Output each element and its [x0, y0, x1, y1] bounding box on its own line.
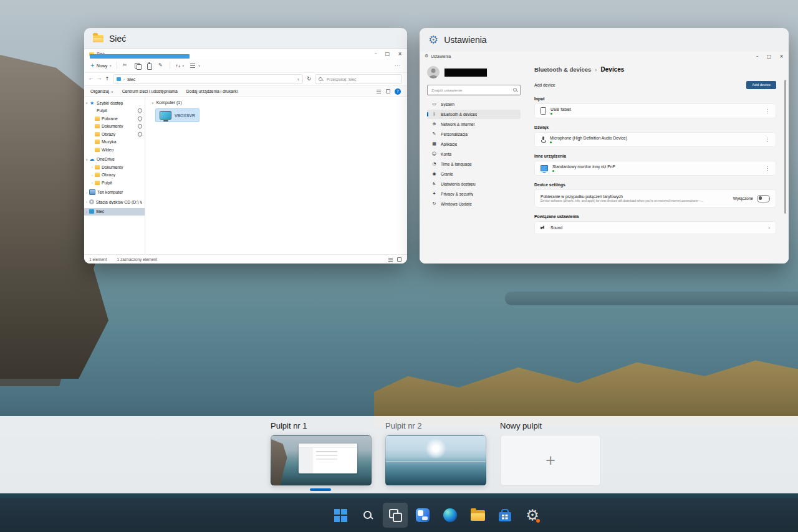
sidebar-item-documents[interactable]: Dokumenty [84, 123, 145, 131]
back-button[interactable]: ← [89, 77, 94, 82]
desktop-group-1: Pulpit nr 1 [271, 421, 370, 486]
group-header[interactable]: ∨ Komputer (1) [151, 100, 401, 105]
refresh-button[interactable]: ↻ [307, 77, 311, 82]
address-bar[interactable]: › Sieć ∨ [113, 74, 303, 84]
sidebar-item-pictures[interactable]: Obrazy [84, 130, 145, 138]
active-desktop-indicator [310, 488, 331, 491]
device-more-button[interactable]: ⋮ [765, 137, 770, 143]
search-button[interactable] [355, 503, 380, 528]
forward-button[interactable]: → [97, 77, 102, 82]
breadcrumb-parent[interactable]: Bluetooth & devices [534, 66, 591, 73]
nav-item-accessibility[interactable]: ♿ Ułatwienia dostępu [427, 179, 521, 189]
device-card-monitor[interactable]: Standardowy monitor inny niż PnP ⋮ [534, 161, 776, 176]
nav-item-system[interactable]: ▭ System [427, 100, 521, 109]
nav-item-time-language[interactable]: ◔ Time & language [427, 159, 521, 169]
sidebar-item-onedrive-desktop[interactable]: › Pulpit [84, 179, 145, 187]
up-button[interactable]: ↑ [105, 77, 109, 82]
help-button[interactable]: ? [395, 88, 401, 95]
chevron-right-icon: › [84, 210, 89, 214]
task-view-button[interactable] [383, 503, 408, 528]
scrollbar[interactable] [784, 80, 786, 214]
file-item-vboxsvr[interactable]: VBOXSVR [155, 108, 200, 122]
maximize-button[interactable]: □ [385, 51, 390, 57]
metered-download-toggle[interactable] [757, 195, 770, 202]
nav-item-apps[interactable]: ▦ Aplikacje [427, 140, 521, 149]
sidebar-item-videos[interactable]: Wideo [84, 146, 145, 154]
sidebar-item-onedrive[interactable]: ∨ ☁ OneDrive [84, 156, 145, 164]
network-center-button[interactable]: Centrum sieci i udostępniania [122, 89, 178, 93]
sidebar-item-downloads[interactable]: Pobrane [84, 115, 145, 123]
close-button[interactable]: × [779, 54, 784, 59]
desktop-thumbnail-1[interactable] [271, 435, 372, 486]
downloads-folder-icon [95, 116, 100, 121]
minimize-button[interactable]: – [756, 54, 759, 59]
nav-item-privacy-security[interactable]: ✦ Privacy & security [427, 189, 521, 199]
edge-button[interactable] [438, 503, 463, 528]
add-devices-button[interactable]: Dodaj urządzenia i drukarki [186, 89, 238, 93]
task-view-window-explorer[interactable]: Sieć Sieć – □ × + Nowy ∨ [84, 28, 407, 264]
sidebar-item-music[interactable]: Muzyka [84, 138, 145, 146]
sidebar-item-quick-access[interactable]: ∨ ★ Szybki dostęp [84, 99, 145, 107]
store-button[interactable] [493, 503, 517, 528]
add-device-label: Add device [534, 83, 555, 87]
system-icon: ▭ [431, 102, 437, 107]
widgets-button[interactable] [410, 503, 435, 528]
plus-icon: + [90, 63, 95, 69]
explorer-search-box[interactable] [315, 74, 402, 84]
device-card-usb-tablet[interactable]: USB Tablet ⋮ [534, 103, 776, 118]
details-view-icon[interactable] [376, 88, 382, 94]
details-view-toggle[interactable] [388, 257, 393, 262]
cloud-icon: ☁ [89, 157, 95, 161]
sidebar-item-cd-drive[interactable]: › Stacja dysków CD (D:) VirtualBox [84, 198, 145, 206]
paste-button[interactable] [146, 62, 153, 69]
copy-button[interactable] [134, 62, 141, 69]
task-view-window-settings[interactable]: ⚙ Ustawienia ⚙ Ustawienia – □ × [420, 28, 789, 264]
apps-icon: ▦ [431, 142, 437, 146]
add-device-button[interactable]: Add device [746, 81, 776, 89]
desktop-thumbnail-2[interactable] [385, 435, 486, 486]
nav-item-network-internet[interactable]: ⊕ Network & internet [427, 120, 521, 129]
metered-download-card: Pobieranie w przypadku połączeń taryfowy… [534, 189, 776, 207]
explorer-search-input[interactable] [325, 77, 398, 82]
view-button[interactable]: ∨ [190, 62, 201, 69]
nav-item-personalization[interactable]: ✎ Personalizacja [427, 130, 521, 139]
account-row[interactable] [427, 65, 521, 80]
device-card-microphone[interactable]: Microphone (High Definition Audio Device… [534, 132, 776, 147]
icons-view-icon[interactable] [385, 88, 391, 94]
close-button[interactable]: × [398, 51, 402, 57]
minimize-button[interactable]: – [375, 51, 377, 57]
store-icon [499, 512, 511, 521]
sort-button[interactable]: ↑↓ ∨ [175, 64, 185, 68]
new-desktop-button[interactable]: + [500, 435, 601, 486]
related-sound-card[interactable]: Sound › [534, 221, 776, 234]
device-more-button[interactable]: ⋮ [765, 166, 770, 171]
start-button[interactable] [328, 503, 353, 528]
settings-search-input[interactable] [430, 87, 511, 93]
settings-button[interactable]: ⚙ [520, 503, 545, 528]
sidebar-item-onedrive-pictures[interactable]: › Obrazy [84, 171, 145, 179]
nav-item-bluetooth-devices[interactable]: ᛒ Bluetooth & devices [427, 110, 521, 119]
device-more-button[interactable]: ⋮ [765, 108, 770, 114]
sidebar-item-this-pc[interactable]: › Ten komputer [84, 189, 145, 197]
wallpaper-shore [505, 292, 798, 305]
documents-folder-icon [95, 124, 100, 128]
large-icons-view-toggle[interactable] [397, 257, 402, 262]
file-explorer-button[interactable] [465, 503, 490, 528]
settings-search-box[interactable] [427, 85, 521, 95]
cut-button[interactable] [122, 62, 129, 69]
rename-button[interactable] [158, 62, 165, 69]
maximize-button[interactable]: □ [767, 54, 772, 59]
more-options-button[interactable]: ··· [395, 64, 401, 68]
nav-item-windows-update[interactable]: ↻ Windows Update [427, 199, 521, 209]
sidebar-item-network[interactable]: › Sieć [84, 208, 145, 216]
chevron-down-icon: ∨ [297, 77, 300, 81]
explorer-window: Sieć – □ × + Nowy ∨ [84, 49, 407, 264]
sidebar-item-desktop[interactable]: Pulpit [84, 107, 145, 115]
desktop-group-new: Nowy pulpit + [500, 421, 600, 486]
sidebar-item-onedrive-documents[interactable]: › Dokumenty [84, 163, 145, 171]
nav-item-accounts[interactable]: ☺ Konta [427, 150, 521, 159]
new-button[interactable]: + Nowy ∨ [90, 63, 112, 69]
explorer-command-bar: Organizuj ∨ Centrum sieci i udostępniani… [84, 86, 407, 97]
organize-button[interactable]: Organizuj ∨ [90, 89, 113, 93]
nav-item-gaming[interactable]: ◉ Granie [427, 169, 521, 179]
